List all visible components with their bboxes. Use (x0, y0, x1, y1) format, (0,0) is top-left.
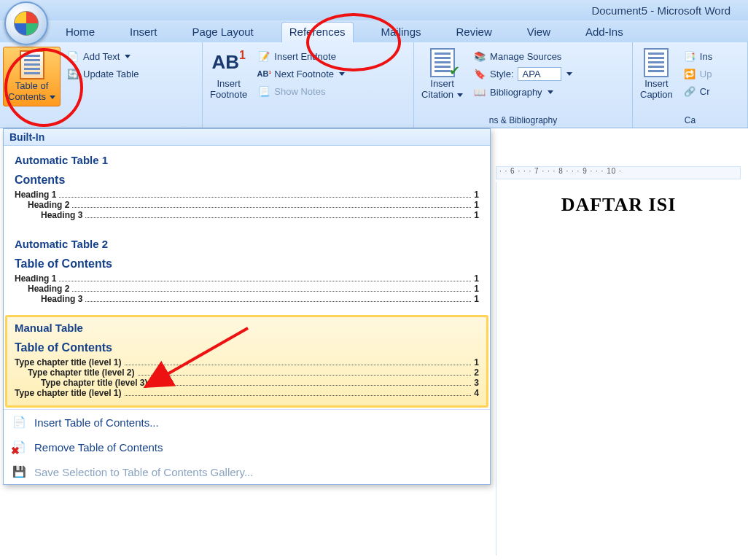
toc-gallery: Built-In Automatic Table 1ContentsHeadin… (3, 128, 491, 485)
cross-reference-button[interactable]: 🔗Cr (680, 83, 715, 99)
insert-footnote-button[interactable]: AB1 Insert Footnote (206, 45, 252, 104)
next-footnote-label: Next Footnote (274, 69, 334, 79)
footnote-icon: AB1 (214, 48, 244, 77)
insert-citation-l2: Citation (421, 90, 453, 101)
ribbon: Table of Contents 📄 Add Text 🔄 Update Ta… (0, 42, 748, 128)
insert-caption-l1: Insert (644, 79, 669, 90)
manage-sources-icon: 📚 (473, 50, 486, 63)
insert-toc-label: Insert Table of Contents... (34, 416, 159, 429)
tab-view[interactable]: View (520, 23, 558, 42)
insert-citation-l1: Insert (430, 79, 454, 90)
add-text-button[interactable]: 📄 Add Text (63, 48, 141, 64)
insert-citation-button[interactable]: ✔ Insert Citation (417, 45, 467, 104)
insert-tof-button[interactable]: 📑Ins (680, 48, 715, 64)
manage-sources-button[interactable]: 📚 Manage Sources (470, 48, 575, 64)
next-footnote-button[interactable]: AB¹ Next Footnote (254, 66, 348, 82)
toc-preview-row: Heading 11 (15, 273, 479, 284)
update-table-label: Update Table (83, 69, 139, 79)
style-value[interactable]: APA (518, 67, 561, 81)
gallery-preview-title: Table of Contents (15, 341, 479, 354)
tof-icon: 📑 (683, 50, 696, 63)
crossref-icon: 🔗 (683, 85, 696, 98)
insert-caption-button[interactable]: Insert Caption (636, 45, 677, 104)
insert-toc-command[interactable]: 📄 Insert Table of Contents... (4, 410, 490, 435)
toc-label-1: Table of (15, 81, 49, 92)
office-button[interactable] (4, 1, 48, 45)
show-notes-icon: 📃 (257, 85, 270, 98)
caption-icon (642, 48, 671, 77)
show-notes-button[interactable]: 📃 Show Notes (254, 83, 348, 99)
office-logo-icon (14, 11, 39, 36)
captions-group-label: Ca (636, 114, 744, 128)
chevron-down-icon (50, 96, 55, 99)
tab-addins[interactable]: Add-Ins (578, 23, 631, 42)
chevron-down-icon (457, 93, 463, 97)
ribbon-tabs: Home Insert Page Layout References Maili… (0, 20, 748, 42)
chevron-down-icon (548, 90, 553, 94)
gallery-preview-title: Table of Contents (15, 257, 479, 271)
gallery-item-0[interactable]: Automatic Table 1ContentsHeading 11Headi… (5, 147, 488, 230)
update-icon: 🔁 (683, 67, 696, 80)
document-area[interactable]: DAFTAR ISI (496, 182, 741, 556)
toc-preview-row: Heading 21 (15, 200, 479, 210)
citation-icon: ✔ (428, 48, 457, 77)
chevron-down-icon (566, 72, 572, 76)
chevron-down-icon (339, 72, 345, 76)
tab-insert[interactable]: Insert (122, 23, 165, 42)
update-tof-button[interactable]: 🔁Up (680, 66, 715, 82)
tab-mailings[interactable]: Mailings (374, 23, 429, 42)
bibliography-icon: 📖 (473, 85, 486, 98)
insert-endnote-button[interactable]: 📝 Insert Endnote (254, 48, 348, 64)
window-title: Document5 - Microsoft Word (591, 4, 731, 17)
insert-caption-l2: Caption (640, 90, 673, 101)
citation-style-selector[interactable]: 🔖 Style: APA (470, 66, 575, 82)
document-heading: DAFTAR ISI (496, 194, 741, 216)
update-table-button[interactable]: 🔄 Update Table (63, 66, 141, 82)
save-gallery-icon: 💾 (11, 464, 27, 480)
toc-preview-row: Type chapter title (level 1)1 (15, 357, 479, 368)
insert-footnote-l2: Footnote (210, 90, 247, 101)
bibliography-button[interactable]: 📖 Bibliography (470, 84, 575, 100)
toc-preview-row: Heading 31 (15, 294, 479, 304)
update-table-icon: 🔄 (66, 67, 79, 80)
save-selection-label: Save Selection to Table of Contents Gall… (34, 466, 253, 478)
gallery-item-1[interactable]: Automatic Table 2Table of ContentsHeadin… (5, 231, 488, 314)
table-of-contents-button[interactable]: Table of Contents (3, 47, 61, 106)
toc-preview-row: Type chapter title (level 3)3 (15, 378, 479, 388)
title-bar: Document5 - Microsoft Word (0, 0, 748, 20)
insert-endnote-label: Insert Endnote (274, 51, 336, 62)
remove-toc-command[interactable]: 📄✖ Remove Table of Contents (4, 435, 490, 459)
gallery-commands: 📄 Insert Table of Contents... 📄✖ Remove … (4, 409, 490, 484)
bibliography-label: Bibliography (490, 87, 542, 98)
next-footnote-icon: AB¹ (257, 67, 270, 80)
style-label: Style: (490, 69, 514, 79)
toc-preview-row: Heading 31 (15, 210, 479, 220)
style-icon: 🔖 (473, 68, 486, 81)
citations-group-label: ns & Bibliography (417, 114, 629, 128)
toc-icon (17, 50, 47, 79)
toc-preview-row: Heading 11 (15, 190, 479, 200)
manage-sources-label: Manage Sources (490, 51, 561, 62)
gallery-preview-title: Contents (15, 174, 479, 187)
save-selection-command: 💾 Save Selection to Table of Contents Ga… (4, 459, 490, 484)
toc-label-2: Contents (8, 92, 46, 103)
toc-preview-row: Heading 21 (15, 284, 479, 294)
tab-page-layout[interactable]: Page Layout (185, 23, 261, 42)
add-text-icon: 📄 (66, 50, 79, 63)
gallery-item-title: Automatic Table 2 (15, 238, 479, 250)
ab-text: AB (211, 52, 239, 74)
show-notes-label: Show Notes (274, 86, 325, 97)
toc-preview-row: Type chapter title (level 2)2 (15, 368, 479, 378)
tab-home[interactable]: Home (58, 23, 102, 42)
gallery-item-2[interactable]: Manual TableTable of ContentsType chapte… (5, 315, 488, 408)
tab-references[interactable]: References (281, 22, 354, 42)
gallery-item-title: Automatic Table 1 (15, 154, 479, 166)
horizontal-ruler[interactable]: · · 6 · · · 7 · · · 8 · · · 9 · · · 10 · (496, 166, 741, 179)
toc-preview-row: Type chapter title (level 1)4 (15, 388, 479, 398)
add-text-label: Add Text (83, 51, 120, 62)
chevron-down-icon (125, 55, 130, 58)
gallery-section-builtin: Built-In (4, 129, 490, 146)
toc-small-icon: 📄 (11, 414, 27, 430)
gallery-item-title: Manual Table (15, 322, 479, 334)
tab-review[interactable]: Review (449, 23, 499, 42)
